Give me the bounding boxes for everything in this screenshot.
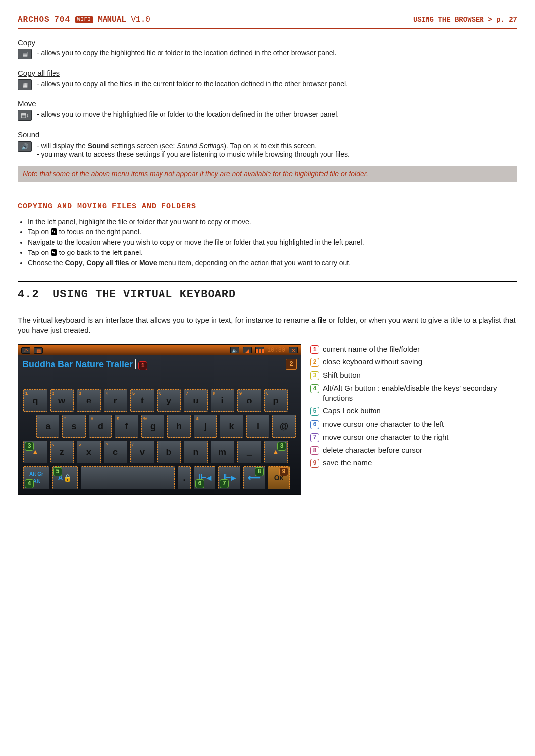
brand-name: ARCHOS 704 — [18, 15, 70, 24]
key-row-4: Alt Gr Alt 4 5 A🔒 . 6 ⊩◂ 7 ⊩▸ — [23, 466, 296, 489]
instruction-4: Tap on to go back to the left panel. — [28, 248, 517, 257]
home-icon[interactable]: ▦ — [34, 347, 43, 354]
key-p[interactable]: p — [264, 389, 288, 412]
document-header: ARCHOS 704 WIFI MANUAL V1.0 USING THE BR… — [18, 15, 517, 29]
sound-line2: you may want to access these settings if… — [37, 150, 517, 159]
key-k[interactable]: k — [220, 415, 243, 438]
copy-title: Copy — [18, 38, 517, 48]
filename-row: Buddha Bar Nature Trailer 1 2 — [18, 355, 301, 373]
key-cursor-left[interactable]: 6 ⊩◂ — [194, 466, 215, 489]
close-x-icon: ✕ — [253, 142, 259, 150]
key-shift-left[interactable]: 3 ▲ — [23, 441, 47, 463]
wifi-badge: WIFI — [75, 16, 93, 23]
legend-item-9: 9save the name — [310, 458, 517, 468]
manual-label: MANUAL — [98, 15, 126, 24]
legend-item-3: 3Shift button — [310, 370, 517, 380]
key-j[interactable]: j — [194, 415, 217, 438]
instruction-3: Navigate to the location where you wish … — [28, 238, 517, 247]
key-space[interactable] — [81, 466, 175, 489]
legend-mark-3: 3 — [25, 442, 34, 451]
chapter-name: USING THE VIRTUAL KEYBOARD — [53, 288, 236, 301]
close-status-icon[interactable]: ✕ — [289, 347, 298, 353]
definition-copy-all: Copy all files ▦ allows you to copy all … — [18, 68, 517, 90]
key-i[interactable]: i — [211, 389, 234, 412]
speaker-status-icon: 🔈 — [230, 347, 239, 353]
chapter-lead-paragraph: The virtual keyboard is an interface tha… — [18, 315, 517, 336]
key-at[interactable]: @ — [272, 415, 296, 438]
legend-item-2: 2close keyboard without saving — [310, 357, 517, 367]
legend-mark-3b: 3 — [277, 442, 286, 451]
key-backspace[interactable]: 8 ⟵ — [243, 466, 265, 489]
key-c[interactable]: c — [104, 441, 127, 463]
version-label: V1.0 — [131, 15, 150, 24]
definition-sound: Sound 🔊 will display the Sound settings … — [18, 130, 517, 159]
legend-mark-7: 7 — [220, 479, 229, 488]
note-box: Note that some of the above menu items m… — [18, 166, 517, 182]
key-o[interactable]: o — [237, 389, 261, 412]
filename-text[interactable]: Buddha Bar Nature Trailer — [22, 359, 136, 369]
key-l[interactable]: l — [246, 415, 269, 438]
battery-status-icon: ▮▮▮ — [255, 347, 264, 353]
key-w[interactable]: w — [50, 389, 74, 412]
clock: 10:30 — [268, 347, 285, 353]
key-g[interactable]: g — [141, 415, 164, 438]
key-a[interactable]: a — [36, 415, 59, 438]
legend-mark-2[interactable]: 2 — [286, 359, 297, 370]
chapter-title: 4.2 USING THE VIRTUAL KEYBOARD — [18, 287, 517, 302]
copy-all-title: Copy all files — [18, 68, 517, 78]
key-z[interactable]: z — [50, 441, 74, 463]
key-cursor-right[interactable]: 7 ⊩▸ — [218, 466, 240, 489]
key-r[interactable]: r — [104, 389, 127, 412]
key-f[interactable]: f — [115, 415, 138, 438]
legend-mark-6: 6 — [195, 479, 204, 488]
key-underscore[interactable]: _ — [237, 441, 261, 463]
legend-mark-8: 8 — [255, 467, 264, 476]
volume-status-icon: ◢ — [243, 347, 252, 353]
key-m[interactable]: m — [211, 441, 234, 463]
key-x[interactable]: x — [77, 441, 101, 463]
key-capslock[interactable]: 5 A🔒 — [52, 466, 78, 489]
key-q[interactable]: q — [23, 389, 47, 412]
key-v[interactable]: v — [130, 441, 154, 463]
swap-icon — [51, 249, 57, 256]
key-h[interactable]: h — [167, 415, 191, 438]
key-row-1: q w e r t y u i o p — [23, 389, 296, 412]
copy-icon: ▤ — [18, 49, 32, 59]
legend-item-4: 4Alt/Alt Gr button : enable/disable the … — [310, 383, 517, 403]
key-d[interactable]: d — [89, 415, 112, 438]
legend-item-7: 7move cursor one character to the right — [310, 432, 517, 442]
legend-mark-5: 5 — [54, 467, 62, 476]
key-ok[interactable]: 9 Ok — [268, 466, 290, 489]
key-row-2: a s d f g h j k l @ — [36, 415, 296, 438]
move-text-list: allows you to move the highlighted file … — [37, 110, 517, 119]
instruction-1: In the left panel, highlight the file or… — [28, 217, 517, 227]
key-altgr[interactable]: Alt Gr Alt 4 — [23, 466, 49, 489]
instruction-5: Choose the Copy, Copy all files or Move … — [28, 258, 517, 268]
swap-icon — [51, 228, 57, 235]
key-u[interactable]: u — [184, 389, 208, 412]
key-y[interactable]: y — [157, 389, 181, 412]
legend-item-5: 5Caps Lock button — [310, 406, 517, 416]
move-icon: ▤↓ — [18, 110, 32, 121]
key-shift-right[interactable]: 3 ▲ — [264, 441, 288, 463]
copy-text-list: allows you to copy the highlighted file … — [37, 49, 517, 58]
key-s[interactable]: s — [62, 415, 86, 438]
move-text: allows you to move the highlighted file … — [37, 110, 517, 119]
sound-line1: will display the Sound settings screen (… — [37, 141, 517, 151]
keyboard-keys: q w e r t y u i o p a s d f g h j k — [18, 373, 301, 494]
page-number: p. 27 — [496, 16, 517, 24]
section-name: USING THE BROWSER — [413, 16, 484, 24]
key-b[interactable]: b — [157, 441, 181, 463]
copy-text: allows you to copy the highlighted file … — [37, 49, 517, 58]
legend-item-6: 6move cursor one character to the left — [310, 419, 517, 429]
key-n[interactable]: n — [184, 441, 208, 463]
key-dot[interactable]: . — [178, 466, 191, 489]
back-icon[interactable]: ↶ — [21, 347, 30, 354]
sound-text-list: will display the Sound settings screen (… — [37, 141, 517, 160]
doc-header-right: USING THE BROWSER > p. 27 — [413, 15, 517, 25]
key-e[interactable]: e — [77, 389, 101, 412]
copy-all-text-list: allows you to copy all the files in the … — [37, 79, 517, 89]
definition-move: Move ▤↓ allows you to move the highlight… — [18, 99, 517, 121]
chevron-icon: > — [488, 16, 492, 24]
key-t[interactable]: t — [130, 389, 154, 412]
